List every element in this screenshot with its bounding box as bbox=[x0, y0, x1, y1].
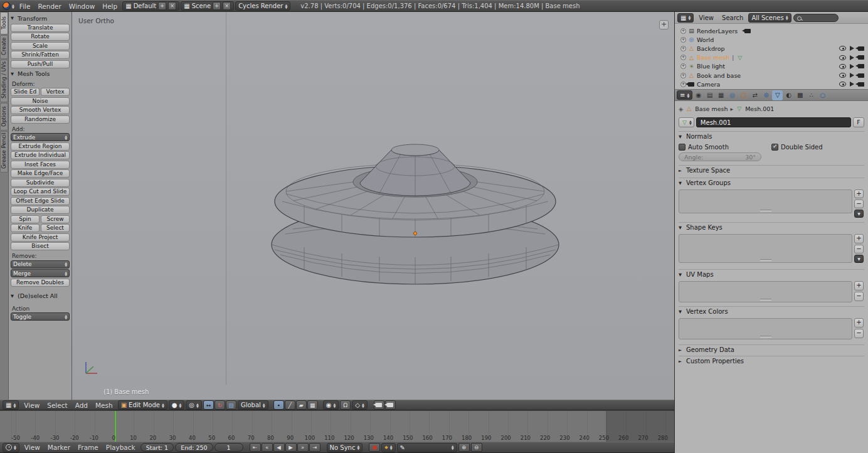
tool-button[interactable]: Noise bbox=[11, 97, 70, 105]
tab-object-data[interactable]: ▽ bbox=[772, 90, 783, 100]
merge-dropdown[interactable]: Merge bbox=[11, 269, 70, 277]
visibility-eye-icon[interactable] bbox=[839, 82, 846, 87]
viewport-shading-dropdown[interactable]: ● bbox=[169, 400, 185, 410]
auto-smooth-checkbox[interactable] bbox=[679, 144, 685, 151]
double-sided-option[interactable]: Double Sided bbox=[771, 144, 864, 151]
edge-select-mode-button[interactable]: ╱ bbox=[285, 400, 295, 410]
editor-type-button[interactable]: ▦ bbox=[3, 400, 19, 410]
menu-item[interactable]: Window bbox=[65, 2, 98, 11]
blender-logo-icon[interactable] bbox=[3, 2, 11, 10]
vertex-group-specials-button[interactable]: ▼ bbox=[854, 210, 864, 218]
tool-button[interactable]: Make Edge/Face bbox=[11, 169, 70, 178]
selectability-icon[interactable] bbox=[850, 73, 854, 78]
shape-keys-section-header[interactable]: Shape Keys bbox=[679, 222, 864, 232]
menu-item[interactable]: Frame bbox=[74, 443, 102, 452]
renderability-icon[interactable] bbox=[858, 64, 864, 68]
tool-button[interactable]: Push/Pull bbox=[11, 60, 70, 68]
mesh-tools-panel-header[interactable]: Mesh Tools bbox=[11, 70, 70, 78]
menu-item[interactable]: File bbox=[16, 2, 34, 11]
tool-button[interactable]: Loop Cut and Slide bbox=[11, 188, 70, 196]
uv-maps-section-header[interactable]: UV Maps bbox=[679, 269, 864, 279]
display-filter-dropdown[interactable]: All Scenes bbox=[748, 13, 791, 23]
normals-section-header[interactable]: Normals bbox=[679, 131, 864, 141]
auto-keying-mode-dropdown[interactable]: ◆ bbox=[381, 443, 395, 452]
jump-to-end-button[interactable]: ⇥ bbox=[309, 443, 320, 452]
geometry-data-section-header[interactable]: Geometry Data bbox=[679, 344, 864, 354]
outliner-row-backdrop[interactable]: Backdrop bbox=[675, 44, 868, 53]
manipulator-rotate-button[interactable]: ↻ bbox=[214, 400, 225, 410]
add-scene-button[interactable]: + bbox=[213, 2, 221, 10]
play-button[interactable]: ▶ bbox=[285, 443, 297, 452]
custom-properties-section-header[interactable]: Custom Properties bbox=[679, 356, 864, 366]
tool-button[interactable]: Shrink/Fatten bbox=[11, 51, 70, 59]
mesh-browse-dropdown[interactable] bbox=[679, 117, 694, 127]
texture-space-section-header[interactable]: Texture Space bbox=[679, 165, 864, 175]
remove-vertex-color-button[interactable]: − bbox=[854, 329, 864, 338]
layout-name[interactable]: Default bbox=[134, 3, 157, 9]
face-select-mode-button[interactable]: ▰ bbox=[296, 400, 307, 410]
slide-edge-button[interactable]: Slide Ed bbox=[11, 88, 40, 96]
angle-slider[interactable]: Angle: 30° bbox=[679, 152, 761, 161]
outliner-item-label[interactable]: World bbox=[697, 36, 714, 43]
renderability-icon[interactable] bbox=[858, 55, 864, 60]
close-layout-button[interactable]: × bbox=[168, 2, 176, 10]
toggle-dropdown[interactable]: Toggle bbox=[11, 312, 70, 321]
tab-texture[interactable]: ▩ bbox=[795, 90, 805, 100]
outliner-item-label[interactable]: Camera bbox=[697, 81, 720, 88]
menu-item[interactable]: Render bbox=[34, 2, 65, 11]
tool-button[interactable]: Inset Faces bbox=[11, 161, 70, 169]
mesh-data-icon[interactable] bbox=[736, 55, 743, 61]
editor-type-button[interactable]: ▦ bbox=[677, 13, 694, 23]
opengl-render-image-button[interactable] bbox=[374, 400, 384, 410]
timeline-ruler[interactable]: -50-40-30-20-100102030405060708090100110… bbox=[0, 410, 674, 442]
tool-button[interactable]: Extrude Individual bbox=[11, 151, 70, 159]
mesh-name-input[interactable]: Mesh.001 bbox=[696, 117, 851, 127]
render-engine-dropdown[interactable]: Cycles Render bbox=[235, 1, 290, 11]
visibility-eye-icon[interactable] bbox=[839, 73, 846, 78]
tab-tools[interactable]: Tools bbox=[0, 12, 8, 35]
opengl-render-anim-button[interactable] bbox=[385, 400, 396, 410]
tab-material[interactable]: ◐ bbox=[783, 90, 794, 100]
visibility-eye-icon[interactable] bbox=[839, 55, 846, 60]
tool-button[interactable]: Translate bbox=[11, 24, 70, 32]
remove-uv-map-button[interactable]: − bbox=[854, 292, 864, 301]
tool-button[interactable]: Subdivide bbox=[11, 179, 70, 187]
transform-orientation-dropdown[interactable]: Global bbox=[238, 400, 268, 410]
spin-button[interactable]: Spin bbox=[11, 215, 40, 223]
delete-dropdown[interactable]: Delete bbox=[11, 260, 70, 269]
pivot-point-dropdown[interactable]: ◎ bbox=[186, 400, 202, 410]
snap-toggle-button[interactable]: Ω bbox=[340, 400, 351, 410]
outliner-item-label[interactable]: RenderLayers bbox=[697, 28, 738, 35]
vertex-select-mode-button[interactable]: ∙ bbox=[273, 400, 284, 410]
visibility-eye-icon[interactable] bbox=[839, 64, 846, 69]
tab-object[interactable]: □ bbox=[738, 90, 749, 100]
tab-modifiers[interactable]: ⊛ bbox=[761, 90, 771, 100]
tool-button[interactable]: Knife Project bbox=[11, 233, 70, 242]
editor-type-arrows-icon[interactable] bbox=[12, 4, 14, 9]
vertex-colors-list[interactable] bbox=[679, 318, 852, 339]
current-frame-field[interactable]: 1 bbox=[214, 443, 243, 452]
close-scene-button[interactable]: × bbox=[223, 2, 231, 10]
editor-type-button[interactable]: ≡ bbox=[677, 90, 692, 100]
play-reverse-button[interactable]: ◀ bbox=[273, 443, 285, 452]
selectability-icon[interactable] bbox=[850, 64, 854, 69]
breadcrumb-data[interactable]: Mesh.001 bbox=[745, 105, 774, 112]
tool-button[interactable]: Bisect bbox=[11, 242, 70, 250]
layout-browse-icon[interactable]: ▦ bbox=[125, 3, 131, 9]
tool-button[interactable]: Extrude Region bbox=[11, 142, 70, 151]
renderability-icon[interactable] bbox=[744, 29, 751, 33]
tool-button[interactable]: Smooth Vertex bbox=[11, 106, 70, 114]
tab-particles[interactable]: ∴ bbox=[806, 90, 817, 100]
fake-user-button[interactable]: F bbox=[853, 117, 864, 127]
resize-grip[interactable] bbox=[760, 336, 771, 338]
snap-element-dropdown[interactable]: ◇ bbox=[352, 400, 368, 410]
proportional-edit-dropdown[interactable]: ◉ bbox=[323, 400, 339, 410]
remove-shape-key-button[interactable]: − bbox=[854, 245, 864, 254]
tool-button[interactable]: Rotate bbox=[11, 33, 70, 41]
resize-grip[interactable] bbox=[760, 210, 771, 211]
auto-smooth-option[interactable]: Auto Smooth bbox=[679, 144, 771, 151]
tool-button[interactable]: Offset Edge Slide bbox=[11, 197, 70, 205]
tab-render-layers[interactable]: ▤ bbox=[704, 90, 715, 100]
tab-constraints[interactable]: ⇄ bbox=[749, 90, 760, 100]
add-shape-key-button[interactable]: + bbox=[854, 234, 864, 243]
